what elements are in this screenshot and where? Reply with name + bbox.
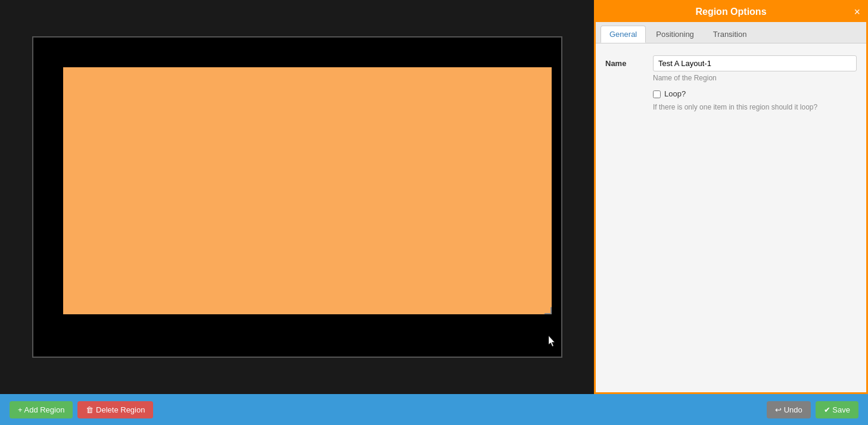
- panel-body: Name Name of the Region Loop? If there i…: [596, 43, 866, 392]
- canvas-area: [0, 0, 594, 394]
- main-area: Region Options × General Positioning Tra…: [0, 0, 868, 394]
- right-panel: Region Options × General Positioning Tra…: [594, 0, 868, 394]
- toolbar-left: + Add Region 🗑 Delete Region: [10, 401, 153, 418]
- panel-close-button[interactable]: ×: [854, 7, 860, 17]
- panel-header: Region Options ×: [596, 2, 866, 22]
- tab-transition[interactable]: Transition: [704, 26, 756, 43]
- loop-checkbox[interactable]: [653, 90, 661, 98]
- cursor-indicator: [549, 336, 558, 348]
- toolbar-right: ↩ Undo ✔ Save: [767, 401, 858, 418]
- loop-form-group: Loop?: [605, 89, 857, 98]
- name-input[interactable]: [653, 55, 857, 71]
- loop-help-text: If there is only one item in this region…: [653, 103, 857, 111]
- add-region-button[interactable]: + Add Region: [10, 401, 73, 418]
- name-help-text: Name of the Region: [653, 74, 857, 82]
- bottom-toolbar: + Add Region 🗑 Delete Region ↩ Undo ✔ Sa…: [0, 394, 868, 425]
- region-box[interactable]: [63, 67, 552, 314]
- resize-handle[interactable]: [545, 307, 552, 314]
- loop-label[interactable]: Loop?: [664, 89, 686, 98]
- name-label: Name: [605, 55, 653, 68]
- name-field-wrapper: Name of the Region: [653, 55, 857, 82]
- tab-positioning[interactable]: Positioning: [647, 26, 703, 43]
- tab-general[interactable]: General: [601, 26, 646, 43]
- save-button[interactable]: ✔ Save: [816, 401, 858, 418]
- panel-title: Region Options: [695, 7, 766, 17]
- delete-region-button[interactable]: 🗑 Delete Region: [77, 401, 153, 418]
- panel-tabs: General Positioning Transition: [596, 22, 866, 43]
- svg-marker-0: [549, 336, 555, 346]
- name-form-group: Name Name of the Region: [605, 55, 857, 82]
- undo-button[interactable]: ↩ Undo: [767, 401, 811, 418]
- canvas-wrapper: [32, 36, 562, 358]
